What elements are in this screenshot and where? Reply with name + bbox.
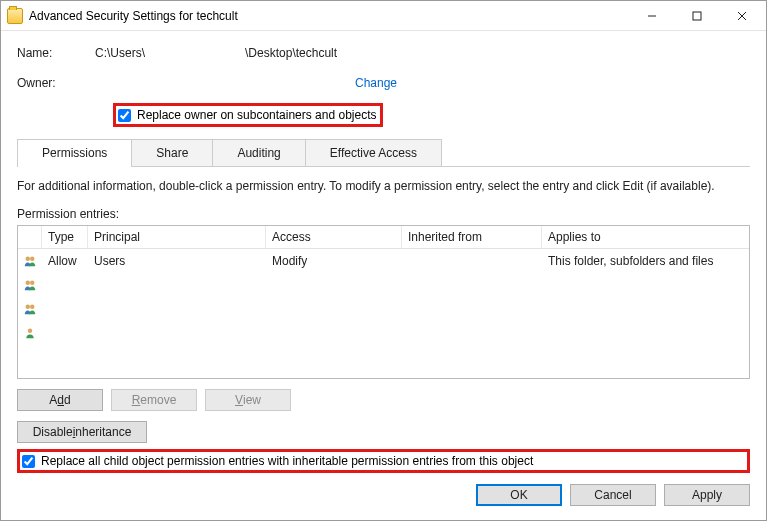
folder-icon — [7, 8, 23, 24]
replace-child-label: Replace all child object permission entr… — [41, 454, 533, 468]
col-applies-header[interactable]: Applies to — [542, 226, 749, 248]
table-row[interactable]: Allow Users Modify This folder, subfolde… — [18, 249, 749, 273]
col-inherited-header[interactable]: Inherited from — [402, 226, 542, 248]
tab-permissions[interactable]: Permissions — [17, 139, 132, 166]
col-icon-header[interactable] — [18, 226, 42, 248]
add-button[interactable]: Add — [17, 389, 103, 411]
table-row[interactable] — [18, 273, 749, 297]
table-body: Allow Users Modify This folder, subfolde… — [18, 249, 749, 378]
col-access-header[interactable]: Access — [266, 226, 402, 248]
tab-auditing[interactable]: Auditing — [213, 139, 305, 166]
users-icon — [24, 253, 36, 269]
table-header: Type Principal Access Inherited from App… — [18, 226, 749, 249]
cell-inherited — [402, 259, 542, 263]
owner-row: Owner: Change — [17, 73, 750, 93]
replace-owner-checkbox[interactable] — [118, 109, 131, 122]
svg-point-4 — [26, 257, 31, 262]
cell-principal: Users — [88, 252, 266, 270]
view-button: View — [205, 389, 291, 411]
apply-button[interactable]: Apply — [664, 484, 750, 506]
svg-rect-1 — [693, 12, 701, 20]
content-area: Name: C:\Users\ \Desktop\techcult Owner:… — [1, 31, 766, 520]
svg-point-7 — [30, 281, 35, 286]
name-value: C:\Users\ \Desktop\techcult — [95, 46, 337, 60]
replace-owner-checkbox-row[interactable]: Replace owner on subcontainers and objec… — [113, 103, 383, 127]
replace-child-checkbox[interactable] — [22, 455, 35, 468]
close-button[interactable] — [719, 1, 764, 30]
dialog-buttons: OK Cancel Apply — [17, 474, 750, 506]
table-row[interactable] — [18, 321, 749, 345]
owner-label: Owner: — [17, 76, 95, 90]
minimize-button[interactable] — [629, 1, 674, 30]
svg-point-5 — [30, 257, 35, 262]
tab-strip: Permissions Share Auditing Effective Acc… — [17, 139, 750, 167]
dialog-window: Advanced Security Settings for techcult … — [0, 0, 767, 521]
name-row: Name: C:\Users\ \Desktop\techcult — [17, 43, 750, 63]
permission-table: Type Principal Access Inherited from App… — [17, 225, 750, 379]
table-row[interactable] — [18, 297, 749, 321]
remove-button: Remove — [111, 389, 197, 411]
svg-point-8 — [26, 305, 31, 310]
svg-point-9 — [30, 305, 35, 310]
window-controls — [629, 1, 764, 30]
svg-point-6 — [26, 281, 31, 286]
tab-share[interactable]: Share — [132, 139, 213, 166]
ok-button[interactable]: OK — [476, 484, 562, 506]
replace-owner-label: Replace owner on subcontainers and objec… — [137, 108, 376, 122]
cell-access: Modify — [266, 252, 402, 270]
titlebar[interactable]: Advanced Security Settings for techcult — [1, 1, 766, 31]
tab-effective-access[interactable]: Effective Access — [306, 139, 442, 166]
users-icon — [24, 301, 36, 317]
col-type-header[interactable]: Type — [42, 226, 88, 248]
change-owner-link[interactable]: Change — [355, 76, 397, 90]
window-title: Advanced Security Settings for techcult — [29, 9, 629, 23]
cancel-button[interactable]: Cancel — [570, 484, 656, 506]
name-label: Name: — [17, 46, 95, 60]
disable-inheritance-button[interactable]: Disable inheritance — [17, 421, 147, 443]
replace-child-checkbox-row[interactable]: Replace all child object permission entr… — [17, 449, 750, 473]
cell-applies: This folder, subfolders and files — [542, 252, 749, 270]
col-principal-header[interactable]: Principal — [88, 226, 266, 248]
maximize-button[interactable] — [674, 1, 719, 30]
info-text: For additional information, double-click… — [17, 179, 750, 193]
users-icon — [24, 277, 36, 293]
entry-buttons: Add Remove View — [17, 389, 750, 411]
cell-type: Allow — [42, 252, 88, 270]
permission-entries-label: Permission entries: — [17, 207, 750, 221]
svg-point-10 — [28, 329, 33, 334]
user-icon — [24, 325, 36, 341]
